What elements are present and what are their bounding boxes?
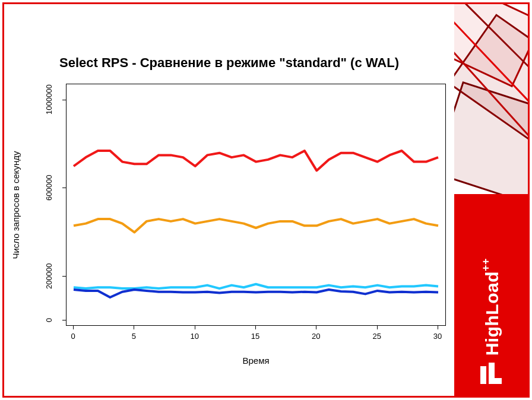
x-tick-mark [195,326,195,329]
y-tick-mark [62,100,66,100]
x-tick-label: 25 [372,332,381,341]
x-axis-label: Время [66,355,446,366]
y-tick-label: 1000000 [45,83,53,116]
decoration-svg [454,4,528,194]
x-tick-label: 0 [71,332,75,341]
x-tick-mark [377,326,378,329]
x-tick-label: 5 [132,332,136,341]
x-tick-mark [255,326,256,329]
sidebar-decoration [454,4,528,194]
plot-svg [66,84,445,325]
x-tick-label: 20 [312,332,320,341]
y-tick-label: 600000 [45,171,53,204]
y-tick-label: 0 [45,303,53,336]
y-tick-mark [62,276,66,277]
x-tick-mark [134,326,134,329]
chart-area: Select RPS - Сравнение в режиме "standar… [4,4,454,396]
series-line-series-cyan [74,284,438,288]
svg-rect-2 [454,82,528,194]
series-line-series-orange [74,219,438,232]
brand-wrap: HighLoad++ [479,258,503,385]
y-axis-label: Число запросов в секунду [9,84,22,326]
brand-panel: HighLoad++ [454,194,528,396]
x-tick-mark [438,326,438,329]
slide-root: Select RPS - Сравнение в режиме "standar… [0,0,532,400]
brand-sup: ++ [480,258,492,271]
x-tick-label: 15 [251,332,259,341]
series-line-series-blue [74,290,438,297]
svg-rect-8 [489,378,502,384]
y-tick-label: 200000 [45,259,53,293]
x-tick-label: 30 [433,332,442,341]
chart-title: Select RPS - Сравнение в режиме "standar… [4,55,454,71]
x-tick-label: 10 [190,332,198,341]
brand-text: HighLoad++ [480,258,502,355]
y-axis-label-text: Число запросов в секунду [11,151,21,259]
x-tick-mark [73,326,74,329]
y-tick-mark [62,188,66,188]
svg-rect-6 [480,366,486,384]
brand-name: HighLoad [482,271,502,355]
y-tick-mark [62,320,66,320]
series-line-series-red [74,151,438,170]
plot-box [66,84,446,326]
sidebar: HighLoad++ [454,4,528,396]
x-tick-mark [316,326,316,329]
brand-logo-icon [479,361,503,385]
